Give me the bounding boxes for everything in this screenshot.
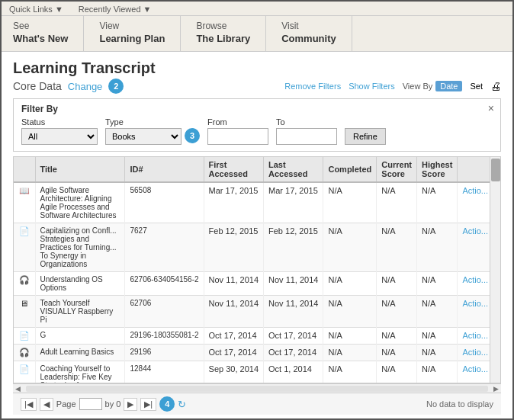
status-filter-group: Status All <box>21 117 98 145</box>
row-title: Adult Learning Basics <box>35 345 125 361</box>
row-icon: 📖 <box>14 182 35 223</box>
badge-3: 3 <box>185 128 200 143</box>
row-current-score: N/A <box>377 272 417 296</box>
page-number-input[interactable] <box>79 398 102 410</box>
top-nav: Quick Links ▼ Recently Viewed ▼ See What… <box>2 2 512 52</box>
row-first-accessed: Oct 17, 2014 <box>204 345 263 361</box>
row-title: Capitalizing on Confl... Strategies and … <box>35 223 125 272</box>
col-last-accessed: LastAccessed <box>264 157 323 182</box>
row-icon: 🎧 <box>14 272 35 296</box>
row-icon: 🎧 <box>14 345 35 361</box>
row-last-accessed: Nov 11, 2014 <box>264 272 323 296</box>
scroll-left-arrow[interactable]: ◀ <box>13 385 23 393</box>
change-link[interactable]: Change <box>68 81 103 92</box>
col-current-score: CurrentScore <box>377 157 417 182</box>
type-filter-group: Type Books 3 <box>105 117 200 145</box>
to-label: To <box>276 117 337 127</box>
row-current-score: N/A <box>377 296 417 328</box>
row-last-accessed: Feb 12, 2015 <box>264 223 323 272</box>
row-id: 62706-634054156-2 <box>125 272 204 296</box>
pagination-bar: |◀ ◀ Page by 0 ▶ ▶| 4 ↻ No data to displ… <box>13 393 501 415</box>
core-data-label: Core Data <box>13 80 62 92</box>
view-by-group: View By Date <box>403 81 463 91</box>
row-title: Coaching Yourself to Leadership: Five Ke… <box>35 361 125 383</box>
row-completed: N/A <box>323 272 377 296</box>
row-highest-score: N/A <box>417 345 458 361</box>
badge-2: 2 <box>108 79 124 94</box>
row-first-accessed: Feb 12, 2015 <box>204 223 263 272</box>
show-filters-link[interactable]: Show Filters <box>349 82 395 91</box>
from-label: From <box>207 117 268 127</box>
printer-icon[interactable]: 🖨 <box>490 80 501 92</box>
row-current-score: N/A <box>377 345 417 361</box>
col-id: ID# <box>125 157 204 182</box>
row-current-score: N/A <box>377 182 417 223</box>
prev-page-button[interactable]: ◀ <box>40 398 53 411</box>
to-input[interactable] <box>276 128 337 145</box>
row-highest-score: N/A <box>417 361 458 383</box>
table-row: 📄 G 29196-180355081-2 Oct 17, 2014 Oct 1… <box>14 328 500 345</box>
header-actions: Remove Filters Show Filters View By Date… <box>284 80 501 92</box>
remove-filters-link[interactable]: Remove Filters <box>284 82 341 91</box>
refine-button[interactable]: Refine <box>345 128 386 145</box>
row-first-accessed: Oct 17, 2014 <box>204 328 263 345</box>
row-completed: N/A <box>323 182 377 223</box>
nav-item-browse-library[interactable]: Browse The Library <box>181 16 266 51</box>
horizontal-scrollbar[interactable]: ◀ ▶ <box>13 383 501 393</box>
quick-links-dropdown[interactable]: Quick Links ▼ <box>9 5 63 14</box>
row-completed: N/A <box>323 223 377 272</box>
table-row: 📄 Coaching Yourself to Leadership: Five … <box>14 361 500 383</box>
row-first-accessed: Mar 17, 2015 <box>204 182 263 223</box>
type-select[interactable]: Books <box>105 128 182 145</box>
row-highest-score: N/A <box>417 296 458 328</box>
filter-section: Filter By × Status All Type Books 3 <box>13 98 501 152</box>
row-id: 29196-180355081-2 <box>125 328 204 345</box>
row-title: Teach Yourself VISUALLY Raspberry Pi <box>35 296 125 328</box>
type-label: Type <box>105 117 200 127</box>
row-icon: 🖥 <box>14 296 35 328</box>
close-filter-button[interactable]: × <box>488 102 494 114</box>
table-container: Title ID# FirstAccessed LastAccessed Com… <box>13 156 501 383</box>
row-icon: 📄 <box>14 223 35 272</box>
status-select[interactable]: All <box>21 128 98 145</box>
first-page-button[interactable]: |◀ <box>21 398 37 411</box>
row-last-accessed: Nov 11, 2014 <box>264 296 323 328</box>
row-last-accessed: Oct 17, 2014 <box>264 328 323 345</box>
row-id: 29196 <box>125 345 204 361</box>
subheader-left: Core Data Change 2 <box>13 79 124 94</box>
table-row: 📄 Capitalizing on Confl... Strategies an… <box>14 223 500 272</box>
table-row: 🎧 Adult Learning Basics 29196 Oct 17, 20… <box>14 345 500 361</box>
date-button[interactable]: Date <box>435 81 462 91</box>
row-id: 62706 <box>125 296 204 328</box>
row-current-score: N/A <box>377 223 417 272</box>
from-input[interactable] <box>207 128 268 145</box>
col-completed: Completed <box>323 157 377 182</box>
set-label: Set <box>470 82 483 91</box>
page-title: Learning Transcript <box>13 59 501 77</box>
table-row: 📖 Agile Software Architecture: Aligning … <box>14 182 500 223</box>
last-page-button[interactable]: ▶| <box>140 398 156 411</box>
recently-viewed-dropdown[interactable]: Recently Viewed ▼ <box>79 5 152 14</box>
nav-item-learning-plan[interactable]: View Learning Plan <box>84 16 181 51</box>
row-first-accessed: Sep 30, 2014 <box>204 361 263 383</box>
table-row: 🖥 Teach Yourself VISUALLY Raspberry Pi 6… <box>14 296 500 328</box>
scroll-thumb <box>491 159 500 181</box>
row-completed: N/A <box>323 361 377 383</box>
nav-item-whats-new[interactable]: See What's New <box>2 16 84 51</box>
next-page-button[interactable]: ▶ <box>124 398 137 411</box>
vertical-scrollbar[interactable] <box>490 157 500 383</box>
row-completed: N/A <box>323 345 377 361</box>
nav-items-row: See What's New View Learning Plan Browse… <box>2 15 512 51</box>
no-data-text: No data to display <box>426 399 493 409</box>
row-highest-score: N/A <box>417 328 458 345</box>
refresh-icon[interactable]: ↻ <box>178 399 186 410</box>
nav-item-visit-community[interactable]: Visit Community <box>266 16 352 51</box>
filter-row: Status All Type Books 3 From <box>21 117 493 145</box>
scroll-right-arrow[interactable]: ▶ <box>491 385 501 393</box>
page-label: Page <box>56 399 76 409</box>
row-last-accessed: Oct 17, 2014 <box>264 345 323 361</box>
view-by-label: View By <box>403 82 433 91</box>
col-title: Title <box>35 157 125 182</box>
row-first-accessed: Nov 11, 2014 <box>204 272 263 296</box>
row-highest-score: N/A <box>417 223 458 272</box>
